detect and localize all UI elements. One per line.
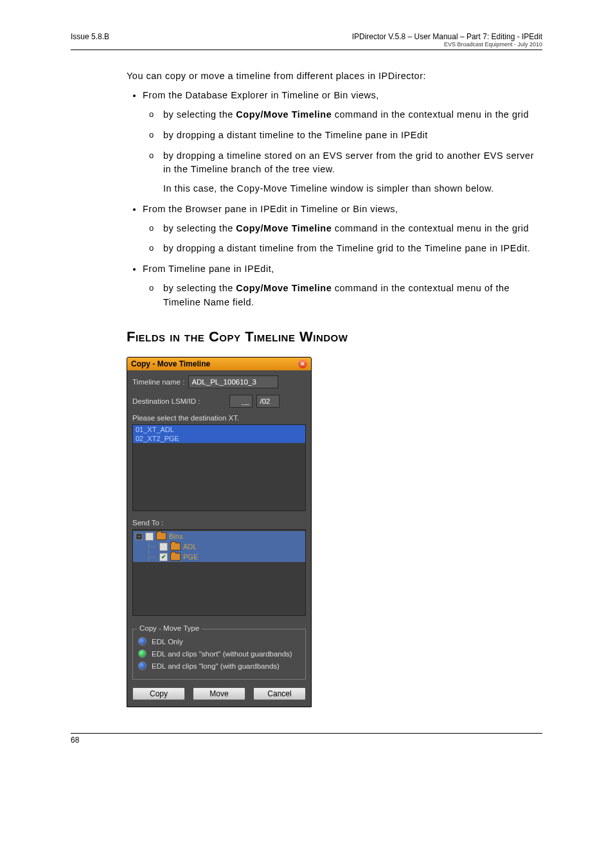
checkbox-adl[interactable] xyxy=(159,543,168,551)
move-button[interactable]: Move xyxy=(193,687,245,700)
header-left: Issue 5.8.B xyxy=(71,32,109,48)
radio-edl-clips-long[interactable]: EDL and clips "long" (with guardbands) xyxy=(138,662,300,670)
intro-paragraph: You can copy or move a timeline from dif… xyxy=(127,69,542,82)
timeline-name-input[interactable] xyxy=(188,375,278,388)
bullet-2-sub-1: by selecting the Copy/Move Timeline comm… xyxy=(163,222,542,236)
folder-icon xyxy=(170,553,181,561)
copy-move-type-group: Copy - Move Type EDL Only EDL and clips … xyxy=(132,629,306,680)
copy-move-timeline-dialog: Copy - Move Timeline ✕ Timeline name : D… xyxy=(127,357,312,707)
tree-branch-icon xyxy=(148,541,158,552)
radio-edl-clips-short[interactable]: EDL and clips "short" (without guardband… xyxy=(138,649,300,658)
copy-button[interactable]: Copy xyxy=(132,687,185,700)
header-right-1: IPDirector V.5.8 – User Manual – Part 7:… xyxy=(352,32,542,41)
destination-xt-listbox[interactable]: 01_XT_ADL 02_XT2_PGE xyxy=(132,424,306,511)
radio-edl-only[interactable]: EDL Only xyxy=(138,637,300,646)
destination-lsm-right-input[interactable] xyxy=(256,395,280,408)
bullet-2: From the Browser pane in IPEdit in Timel… xyxy=(143,203,542,256)
radio-icon[interactable] xyxy=(138,649,147,658)
folder-icon xyxy=(170,543,181,550)
list-item[interactable]: 02_XT2_PGE xyxy=(133,434,305,443)
tree-branch-icon xyxy=(148,552,158,562)
bullet-3: From Timeline pane in IPEdit, by selecti… xyxy=(143,262,542,309)
dialog-title-text: Copy - Move Timeline xyxy=(131,359,210,368)
header-rule xyxy=(71,50,542,50)
footer-rule xyxy=(71,733,542,734)
tree-child-pge[interactable]: ✔ PGE xyxy=(133,552,305,562)
bullet-1-sub-1: by selecting the Copy/Move Timeline comm… xyxy=(163,108,542,122)
bullet-2-sub-2: by dropping a distant timeline from the … xyxy=(163,242,542,256)
bullet-1: From the Database Explorer in Timeline o… xyxy=(143,89,542,196)
timeline-name-label: Timeline name : xyxy=(132,378,184,386)
destination-lsm-left-input[interactable] xyxy=(229,395,253,408)
destination-lsm-label: Destination LSM/ID : xyxy=(132,397,200,405)
close-icon[interactable]: ✕ xyxy=(298,359,307,368)
tree-root-bins[interactable]: - Bins xyxy=(133,531,305,541)
radio-icon[interactable] xyxy=(138,637,147,646)
please-select-label: Please select the destination XT. xyxy=(132,414,306,422)
collapse-icon[interactable]: - xyxy=(136,533,143,540)
page-number: 68 xyxy=(71,736,542,745)
send-to-tree[interactable]: - Bins ADL ✔ PGE xyxy=(132,529,306,616)
list-item[interactable]: 01_XT_ADL xyxy=(133,425,305,434)
copy-move-type-legend: Copy - Move Type xyxy=(137,624,202,632)
radio-icon[interactable] xyxy=(138,662,147,670)
send-to-label: Send To : xyxy=(132,519,306,527)
checkbox-pge[interactable]: ✔ xyxy=(159,553,168,561)
header-right-2: EVS Broadcast Equipment - July 2010 xyxy=(352,41,542,48)
dialog-titlebar[interactable]: Copy - Move Timeline ✕ xyxy=(127,357,311,370)
checkbox-bins[interactable] xyxy=(145,532,154,541)
cancel-button[interactable]: Cancel xyxy=(253,687,306,700)
tree-child-adl[interactable]: ADL xyxy=(133,541,305,552)
section-heading: Fields in the Copy Timeline Window xyxy=(127,329,542,345)
bullet-1-sub-3: by dropping a timeline stored on an EVS … xyxy=(163,149,542,196)
bullet-1-sub-2: by dropping a distant timeline to the Ti… xyxy=(163,129,542,143)
folder-icon xyxy=(156,532,166,540)
bullet-3-sub-1: by selecting the Copy/Move Timeline comm… xyxy=(163,282,542,310)
